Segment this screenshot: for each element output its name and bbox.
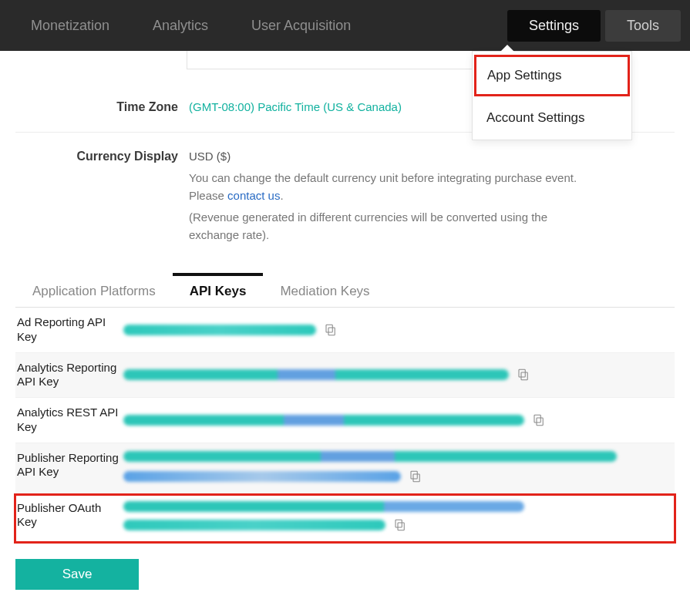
svg-rect-2 (521, 372, 527, 380)
key-value-publisher-reporting-1 (123, 451, 617, 462)
svg-rect-0 (328, 328, 335, 335)
key-value-ad-reporting (123, 325, 316, 335)
key-label-ad-reporting: Ad Reporting API Key (15, 315, 123, 345)
key-label-publisher-reporting: Publisher Reporting API Key (15, 451, 123, 480)
save-button[interactable]: Save (15, 559, 139, 590)
copy-icon[interactable] (393, 518, 407, 532)
nav-tools[interactable]: Tools (605, 10, 681, 42)
copy-icon[interactable] (409, 470, 422, 483)
settings-tabs: Application Platforms API Keys Mediation… (15, 274, 675, 308)
nav-user-acquisition[interactable]: User Acquisition (230, 10, 372, 42)
svg-rect-1 (326, 325, 332, 332)
top-nav: Monetization Analytics User Acquisition … (0, 0, 690, 51)
currency-desc: You can change the default currency unit… (189, 170, 582, 204)
currency-desc-text-b: . (280, 189, 283, 202)
key-value-analytics-rest (123, 415, 524, 426)
copy-icon[interactable] (517, 368, 530, 382)
key-row-analytics-reporting: Analytics Reporting API Key (15, 353, 675, 399)
timezone-label: Time Zone (15, 99, 189, 114)
tab-mediation-keys[interactable]: Mediation Keys (263, 274, 386, 307)
key-label-analytics-reporting: Analytics Reporting API Key (15, 361, 123, 390)
svg-rect-7 (411, 471, 417, 479)
tab-application-platforms[interactable]: Application Platforms (15, 274, 173, 307)
svg-rect-4 (537, 418, 543, 426)
timezone-value[interactable]: (GMT-08:00) Pacific Time (US & Canada) (189, 100, 402, 113)
dropdown-app-settings[interactable]: App Settings (474, 55, 630, 96)
key-row-analytics-rest: Analytics REST API Key (15, 398, 675, 443)
settings-dropdown: App Settings Account Settings (472, 51, 632, 140)
key-value-publisher-oauth-1 (123, 501, 524, 512)
currency-value: USD ($) (189, 148, 582, 166)
nav-monetization[interactable]: Monetization (9, 10, 131, 42)
contact-us-link[interactable]: contact us (227, 189, 280, 202)
copy-icon[interactable] (324, 323, 338, 337)
currency-desc-2: (Revenue generated in different currenci… (189, 209, 582, 244)
svg-rect-8 (398, 523, 404, 530)
nav-analytics[interactable]: Analytics (131, 10, 230, 42)
tab-api-keys[interactable]: API Keys (173, 274, 264, 307)
svg-rect-3 (519, 370, 525, 378)
key-row-ad-reporting: Ad Reporting API Key (15, 308, 675, 353)
key-value-publisher-oauth-2 (123, 520, 385, 530)
key-row-publisher-oauth: Publisher OAuth Key (15, 495, 675, 542)
key-value-analytics-reporting (123, 369, 509, 380)
key-row-publisher-reporting: Publisher Reporting API Key (15, 443, 675, 495)
key-value-publisher-reporting-2 (123, 471, 401, 482)
svg-rect-9 (395, 520, 402, 527)
key-label-publisher-oauth: Publisher OAuth Key (15, 501, 123, 530)
currency-row: Currency Display USD ($) You can change … (15, 133, 675, 260)
nav-settings[interactable]: Settings (507, 10, 601, 42)
key-label-analytics-rest: Analytics REST API Key (15, 406, 123, 435)
currency-label: Currency Display (15, 148, 189, 163)
dropdown-account-settings[interactable]: Account Settings (473, 96, 631, 140)
svg-rect-5 (534, 415, 540, 422)
copy-icon[interactable] (532, 413, 546, 427)
svg-rect-6 (413, 474, 419, 482)
api-keys-table: Ad Reporting API Key Analytics Reporting… (15, 308, 675, 542)
